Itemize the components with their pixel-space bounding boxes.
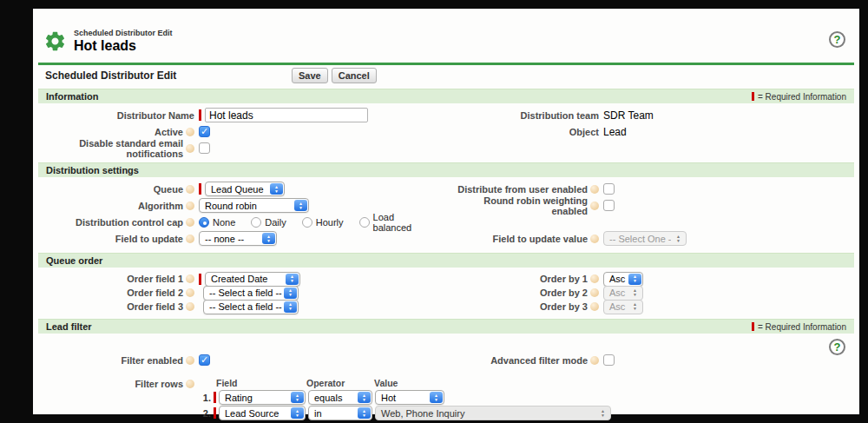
disable-email-checkbox[interactable] xyxy=(199,142,210,154)
help-dot-icon[interactable] xyxy=(186,128,194,136)
row-number: 1. xyxy=(199,393,211,403)
order-field-1-row: Order field 1 Created Date xyxy=(33,272,446,286)
disable-email-label: Disable standard email notifications xyxy=(33,138,183,159)
filter-row-1: 1. Rating equals Hot xyxy=(199,390,611,405)
help-dot-icon[interactable] xyxy=(590,302,599,311)
select-stepper-icon xyxy=(358,407,371,419)
required-bar-icon xyxy=(752,92,754,101)
app-window: Scheduled Distributor Edit Hot leads ? S… xyxy=(33,9,859,414)
filter-2-value-select[interactable]: Web, Phone Inquiry xyxy=(375,406,611,420)
algorithm-select[interactable]: Round robin xyxy=(199,198,309,213)
queue-select[interactable]: Lead Queue xyxy=(205,182,285,196)
help-dot-icon[interactable] xyxy=(590,288,599,297)
distributor-name-label: Distributor Name xyxy=(117,110,194,121)
disable-email-row: Disable standard email notifications xyxy=(33,141,446,155)
section-title: Queue order xyxy=(46,255,102,266)
filter-rows-label: Filter rows xyxy=(135,379,183,389)
help-dot-icon[interactable] xyxy=(186,302,194,311)
help-icon[interactable]: ? xyxy=(829,339,845,355)
order-by-3-select[interactable]: Asc xyxy=(603,300,643,314)
help-dot-icon[interactable] xyxy=(186,185,194,194)
select-stepper-icon xyxy=(270,183,283,195)
cancel-button[interactable]: Cancel xyxy=(332,68,377,83)
select-stepper-icon xyxy=(262,233,275,244)
distribute-from-user-row: Distribute from user enabled xyxy=(446,182,859,196)
object-row: Object Lead xyxy=(446,124,859,139)
filter-1-operator-select[interactable]: equals xyxy=(308,390,372,405)
field-to-update-value-select[interactable]: -- Select One -- xyxy=(603,231,687,246)
help-dot-icon[interactable] xyxy=(186,288,194,297)
filter-rows-block: Filter rows Field Operator Value 1. Rati… xyxy=(33,378,859,423)
required-bar-icon xyxy=(214,407,216,419)
help-icon[interactable]: ? xyxy=(829,31,845,48)
order-by-1-label: Order by 1 xyxy=(540,274,588,284)
algorithm-row: Algorithm Round robin xyxy=(33,198,446,213)
select-stepper-icon xyxy=(596,407,609,419)
round-robin-weighting-label: Round robin weighting enabled xyxy=(446,195,588,216)
control-cap-radio-load-balanced[interactable] xyxy=(359,217,370,228)
help-dot-icon[interactable] xyxy=(186,274,194,283)
select-stepper-icon xyxy=(430,392,443,403)
order-by-1-select[interactable]: Asc xyxy=(603,272,643,287)
filter-row-2: 2. Lead Source in Web, Phone Inquiry xyxy=(199,406,611,420)
order-by-2-select[interactable]: Asc xyxy=(603,286,643,301)
required-legend: = Required Information xyxy=(752,322,846,332)
filter-enabled-checkbox[interactable] xyxy=(199,354,210,366)
help-dot-icon[interactable] xyxy=(186,356,194,365)
advanced-filter-checkbox[interactable] xyxy=(603,354,615,366)
save-button[interactable]: Save xyxy=(292,68,328,83)
filter-enabled-label: Filter enabled xyxy=(121,355,183,366)
round-robin-weighting-checkbox[interactable] xyxy=(603,200,615,211)
select-stepper-icon xyxy=(294,200,307,211)
object-value: Lead xyxy=(603,126,627,138)
required-bar-icon xyxy=(199,274,201,285)
section-title: Lead filter xyxy=(46,321,92,332)
order-by-3-label: Order by 3 xyxy=(540,301,588,312)
object-label: Object xyxy=(569,127,599,137)
distributor-name-input[interactable] xyxy=(205,108,368,122)
filter-1-field-select[interactable]: Rating xyxy=(219,390,306,405)
help-dot-icon[interactable] xyxy=(186,380,194,388)
required-bar-icon xyxy=(752,322,754,331)
section-distribution: Queue Lead Queue Algorithm Round robin D… xyxy=(33,177,859,253)
help-dot-icon[interactable] xyxy=(590,202,599,210)
field-to-update-select[interactable]: -- none -- xyxy=(199,231,277,246)
help-dot-icon[interactable] xyxy=(590,356,599,365)
filter-1-value-select[interactable]: Hot xyxy=(375,390,444,405)
control-cap-radio-none[interactable] xyxy=(199,217,209,228)
round-robin-weighting-row: Round robin weighting enabled xyxy=(446,198,859,213)
section-header-queue-order: Queue order xyxy=(38,253,854,268)
page-header: Scheduled Distributor Edit Hot leads ? xyxy=(33,9,859,63)
order-field-3-row: Order field 3 -- Select a field -- xyxy=(33,300,446,314)
field-to-update-label: Field to update xyxy=(115,234,183,244)
field-to-update-row: Field to update -- none -- xyxy=(33,231,446,246)
select-stepper-icon xyxy=(628,301,641,313)
filter-2-field-select[interactable]: Lead Source xyxy=(219,406,306,420)
help-dot-icon[interactable] xyxy=(186,218,194,227)
distribution-team-row: Distribution team SDR Team xyxy=(446,108,859,122)
order-field-1-select[interactable]: Created Date xyxy=(205,272,300,287)
help-dot-icon[interactable] xyxy=(590,235,599,243)
control-cap-row: Distribution control cap None Daily Hour… xyxy=(33,215,446,229)
control-cap-radio-hourly[interactable] xyxy=(302,217,312,228)
active-row: Active xyxy=(33,124,446,139)
section-title: Distribution settings xyxy=(46,165,139,175)
order-field-3-select[interactable]: -- Select a field -- xyxy=(203,300,299,314)
help-dot-icon[interactable] xyxy=(186,235,194,243)
order-field-2-select[interactable]: -- Select a field -- xyxy=(203,286,299,301)
distribute-from-user-checkbox[interactable] xyxy=(603,183,615,195)
section-header-distribution: Distribution settings xyxy=(38,162,854,177)
control-cap-radio-daily[interactable] xyxy=(251,217,261,228)
help-dot-icon[interactable] xyxy=(186,144,194,153)
form-title: Scheduled Distributor Edit xyxy=(45,69,859,82)
active-checkbox[interactable] xyxy=(199,126,210,137)
help-dot-icon[interactable] xyxy=(186,202,194,210)
control-cap-label: Distribution control cap xyxy=(76,217,183,228)
help-dot-icon[interactable] xyxy=(590,185,599,194)
required-bar-icon xyxy=(199,109,201,121)
select-stepper-icon xyxy=(291,407,304,419)
page-subtitle: Scheduled Distributor Edit xyxy=(74,29,173,37)
help-dot-icon[interactable] xyxy=(590,274,599,283)
filter-2-operator-select[interactable]: in xyxy=(308,406,372,420)
column-value: Value xyxy=(374,378,398,388)
